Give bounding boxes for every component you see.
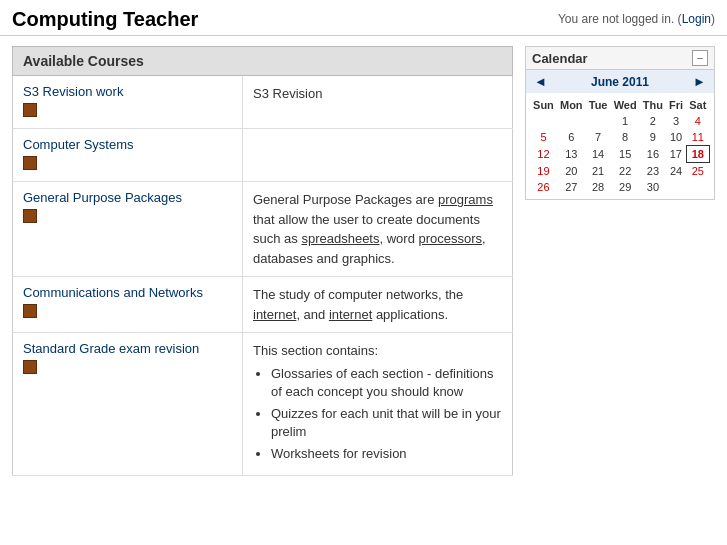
- course-link-standard-grade[interactable]: Standard Grade exam revision: [23, 341, 232, 356]
- calendar-day[interactable]: 24: [666, 163, 686, 180]
- course-icon: [23, 209, 37, 223]
- calendar-week-row: 1234: [530, 113, 710, 129]
- calendar-day: [586, 113, 611, 129]
- calendar-title: Calendar: [532, 51, 588, 66]
- course-name-cell: Standard Grade exam revision: [13, 333, 243, 476]
- calendar-day[interactable]: 8: [611, 129, 640, 146]
- calendar-day[interactable]: 27: [557, 179, 586, 195]
- cal-th-mon: Mon: [557, 97, 586, 113]
- calendar-day[interactable]: 14: [586, 146, 611, 163]
- calendar-week-row: 567891011: [530, 129, 710, 146]
- calendar-day[interactable]: 1: [611, 113, 640, 129]
- login-link[interactable]: Login: [682, 12, 711, 26]
- course-icon: [23, 156, 37, 170]
- course-link-s3-revision[interactable]: S3 Revision work: [23, 84, 232, 99]
- course-description: The study of computer networks, the inte…: [243, 277, 513, 333]
- calendar-day: [666, 179, 686, 195]
- calendar-day[interactable]: 16: [640, 146, 666, 163]
- course-description: This section contains: Glossaries of eac…: [243, 333, 513, 476]
- calendar-day[interactable]: 13: [557, 146, 586, 163]
- cal-th-sat: Sat: [686, 97, 709, 113]
- course-link-general-purpose[interactable]: General Purpose Packages: [23, 190, 232, 205]
- calendar-days-header-row: Sun Mon Tue Wed Thu Fri Sat: [530, 97, 710, 113]
- calendar-day[interactable]: 5: [530, 129, 557, 146]
- calendar-header-bar: Calendar −: [526, 47, 714, 70]
- course-link-computer-systems[interactable]: Computer Systems: [23, 137, 232, 152]
- site-title: Computing Teacher: [12, 8, 198, 31]
- calendar-day[interactable]: 25: [686, 163, 709, 180]
- cal-th-fri: Fri: [666, 97, 686, 113]
- calendar-day[interactable]: 10: [666, 129, 686, 146]
- calendar-day[interactable]: 18: [686, 146, 709, 163]
- cal-th-thu: Thu: [640, 97, 666, 113]
- course-bullets: Glossaries of each section - definitions…: [271, 365, 502, 464]
- sidebar: Calendar − ◄ June 2011 ► Sun Mon Tue Wed: [525, 46, 715, 200]
- calendar-month-year: June 2011: [591, 75, 649, 89]
- cal-th-sun: Sun: [530, 97, 557, 113]
- course-icon: [23, 103, 37, 117]
- calendar-day[interactable]: 2: [640, 113, 666, 129]
- calendar-day[interactable]: 22: [611, 163, 640, 180]
- list-item: Glossaries of each section - definitions…: [271, 365, 502, 401]
- course-name-cell: Computer Systems: [13, 129, 243, 182]
- calendar-next-button[interactable]: ►: [691, 74, 708, 89]
- course-name-cell: General Purpose Packages: [13, 182, 243, 277]
- calendar-day[interactable]: 15: [611, 146, 640, 163]
- calendar-day[interactable]: 30: [640, 179, 666, 195]
- table-row: Computer Systems: [13, 129, 513, 182]
- site-header: Computing Teacher You are not logged in.…: [0, 0, 727, 36]
- calendar-day[interactable]: 29: [611, 179, 640, 195]
- course-link-comms-networks[interactable]: Communications and Networks: [23, 285, 232, 300]
- calendar-day[interactable]: 23: [640, 163, 666, 180]
- calendar-day: [686, 179, 709, 195]
- calendar-day[interactable]: 11: [686, 129, 709, 146]
- calendar-day[interactable]: 20: [557, 163, 586, 180]
- calendar-week-row: 19202122232425: [530, 163, 710, 180]
- calendar-day[interactable]: 3: [666, 113, 686, 129]
- calendar-day: [557, 113, 586, 129]
- calendar-day[interactable]: 21: [586, 163, 611, 180]
- table-row: Standard Grade exam revision This sectio…: [13, 333, 513, 476]
- course-name-cell: S3 Revision work: [13, 76, 243, 129]
- calendar-week-row: 12131415161718: [530, 146, 710, 163]
- calendar-day[interactable]: 26: [530, 179, 557, 195]
- calendar-grid: Sun Mon Tue Wed Thu Fri Sat 123456789101…: [526, 93, 714, 199]
- calendar-week-row: 2627282930: [530, 179, 710, 195]
- login-status: You are not logged in. (Login): [558, 8, 715, 26]
- course-description: General Purpose Packages are programs th…: [243, 182, 513, 277]
- table-row: Communications and Networks The study of…: [13, 277, 513, 333]
- courses-table: S3 Revision work S3 Revision Computer Sy…: [12, 76, 513, 476]
- courses-header: Available Courses: [12, 46, 513, 76]
- table-row: S3 Revision work S3 Revision: [13, 76, 513, 129]
- calendar-collapse-button[interactable]: −: [692, 50, 708, 66]
- course-name-cell: Communications and Networks: [13, 277, 243, 333]
- course-description: [243, 129, 513, 182]
- calendar-day[interactable]: 7: [586, 129, 611, 146]
- list-item: Worksheets for revision: [271, 445, 502, 463]
- calendar-prev-button[interactable]: ◄: [532, 74, 549, 89]
- cal-th-tue: Tue: [586, 97, 611, 113]
- calendar-day: [530, 113, 557, 129]
- course-description: S3 Revision: [243, 76, 513, 129]
- list-item: Quizzes for each unit that will be in yo…: [271, 405, 502, 441]
- course-icon: [23, 304, 37, 318]
- calendar-day[interactable]: 17: [666, 146, 686, 163]
- calendar-body: 1234567891011121314151617181920212223242…: [530, 113, 710, 195]
- course-icon: [23, 360, 37, 374]
- cal-th-wed: Wed: [611, 97, 640, 113]
- calendar-day[interactable]: 4: [686, 113, 709, 129]
- table-row: General Purpose Packages General Purpose…: [13, 182, 513, 277]
- calendar-day[interactable]: 19: [530, 163, 557, 180]
- calendar-day[interactable]: 9: [640, 129, 666, 146]
- calendar-widget: Calendar − ◄ June 2011 ► Sun Mon Tue Wed: [525, 46, 715, 200]
- calendar-day[interactable]: 28: [586, 179, 611, 195]
- page-layout: Available Courses S3 Revision work S3 Re…: [0, 36, 727, 486]
- calendar-day[interactable]: 12: [530, 146, 557, 163]
- main-content: Available Courses S3 Revision work S3 Re…: [12, 46, 513, 476]
- calendar-table: Sun Mon Tue Wed Thu Fri Sat 123456789101…: [530, 97, 710, 195]
- calendar-day[interactable]: 6: [557, 129, 586, 146]
- calendar-nav: ◄ June 2011 ►: [526, 70, 714, 93]
